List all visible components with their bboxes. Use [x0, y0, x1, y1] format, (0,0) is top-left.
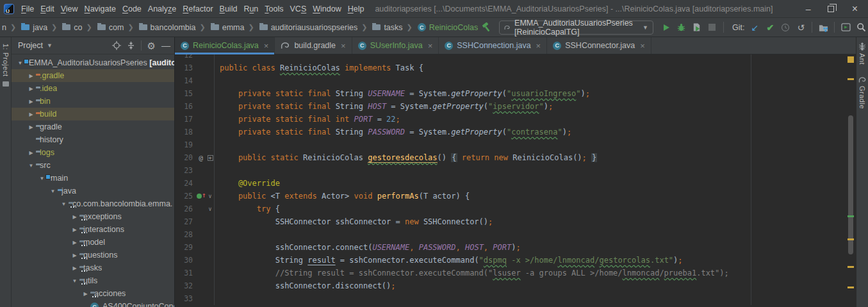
tree-row-interactions[interactable]: ▶interactions — [12, 223, 174, 236]
git-revert-button[interactable]: ↺ — [793, 20, 808, 35]
breadcrumb-item-com[interactable]: com❯ — [97, 23, 138, 32]
fold-expand-icon[interactable]: + — [208, 155, 213, 161]
run-button[interactable] — [659, 20, 674, 35]
line-number[interactable]: 15 — [175, 89, 195, 98]
tree-expand-arrow[interactable]: ▶ — [26, 73, 36, 79]
tree-row-utils[interactable]: ▼utils — [12, 274, 174, 287]
menu-item-help[interactable]: Help — [345, 3, 368, 15]
code-editor[interactable]: 1213public class ReinicioColas implement… — [175, 54, 846, 307]
line-number[interactable]: 24 — [175, 179, 195, 188]
debug-button[interactable] — [674, 20, 689, 35]
line-number[interactable]: 19 — [175, 140, 195, 149]
breadcrumb-item-n[interactable]: n❯ — [1, 23, 20, 32]
tool-window-gradle-button[interactable]: Gradle — [858, 76, 867, 109]
tree-expand-arrow[interactable]: ▶ — [26, 124, 36, 130]
fold-collapse-icon[interactable]: ∨ — [208, 193, 211, 199]
menu-item-view[interactable]: View — [58, 3, 81, 15]
menu-item-navigate[interactable]: Navigate — [81, 3, 119, 15]
breadcrumb-item-reiniciocolas[interactable]: CReinicioColas — [417, 23, 479, 32]
tree-expand-arrow[interactable]: ▶ — [70, 253, 79, 258]
tree-row-exceptions[interactable]: ▶exceptions — [12, 210, 174, 223]
breadcrumb-item-bancolombia[interactable]: bancolombia❯ — [138, 23, 210, 32]
tree-expand-arrow[interactable]: ▶ — [26, 99, 36, 104]
menu-item-window[interactable]: Window — [309, 3, 344, 15]
restore-button[interactable] — [828, 6, 834, 12]
tree-expand-arrow[interactable]: ▶ — [81, 291, 90, 297]
line-number[interactable]: 28 — [175, 230, 195, 239]
tree-expand-arrow[interactable]: ▼ — [26, 163, 36, 169]
error-stripe-mark[interactable] — [848, 78, 854, 80]
gear-icon[interactable]: ⚙ — [147, 41, 156, 51]
tree-row-questions[interactable]: ▶questions — [12, 249, 174, 261]
tool-window-ant-button[interactable]: Ant — [858, 42, 866, 65]
tree-expand-arrow[interactable]: ▼ — [48, 188, 58, 194]
tab-close-icon[interactable]: × — [428, 41, 433, 51]
menu-item-vcs[interactable]: VCS — [287, 3, 310, 15]
close-button[interactable]: × — [852, 4, 858, 13]
line-number[interactable]: 16 — [175, 102, 195, 111]
run-configuration-select[interactable]: EMMA_AuditoriaUsuariosPseries [ReinicioC… — [499, 21, 653, 35]
build-hammer-button[interactable] — [479, 20, 494, 35]
line-number[interactable]: 30 — [175, 256, 195, 265]
tree-expand-arrow[interactable]: ▶ — [70, 214, 79, 220]
tab-close-icon[interactable]: × — [536, 41, 541, 51]
hide-panel-button[interactable]: — — [161, 40, 170, 51]
tree-row-logs[interactable]: ▶logs — [12, 146, 174, 159]
tree-row-co.com.bancolombia.emma.[interactable]: ▼co.com.bancolombia.emma. — [12, 197, 174, 210]
tree-expand-arrow[interactable]: ▶ — [26, 86, 36, 92]
error-stripe-mark[interactable] — [848, 286, 854, 288]
tab-close-icon[interactable]: × — [341, 41, 346, 51]
tree-row-as400conjuntoconex[interactable]: CAS400ConjuntoConex — [12, 300, 174, 307]
line-number[interactable]: 32 — [175, 281, 195, 290]
tree-row-tasks[interactable]: ▶tasks — [12, 261, 174, 274]
tab-suserinfo.java[interactable]: CSUserInfo.java× — [352, 37, 439, 54]
line-number[interactable]: 13 — [175, 63, 195, 72]
tree-row-src[interactable]: ▼src — [12, 159, 174, 172]
error-stripe-mark[interactable] — [848, 56, 854, 63]
tree-expand-arrow[interactable]: ▶ — [26, 150, 36, 156]
line-number[interactable]: 17 — [175, 115, 195, 124]
breadcrumb-item-co[interactable]: co❯ — [61, 23, 96, 32]
line-number[interactable]: 23 — [175, 166, 195, 175]
tree-row-history[interactable]: history — [12, 133, 174, 146]
tree-expand-arrow[interactable]: ▶ — [70, 227, 79, 233]
line-number[interactable]: 18 — [175, 128, 195, 137]
run-with-coverage-button[interactable] — [689, 20, 705, 35]
minimize-button[interactable]: – — [806, 4, 811, 13]
menu-item-refactor[interactable]: Refactor — [179, 3, 216, 15]
menu-item-analyze[interactable]: Analyze — [145, 3, 179, 15]
line-number[interactable]: 14 — [175, 76, 195, 85]
menu-item-file[interactable]: File — [18, 3, 37, 15]
search-everywhere-button[interactable] — [853, 20, 868, 35]
error-stripe-mark[interactable] — [848, 266, 854, 268]
tree-row-.idea[interactable]: ▶.idea — [12, 82, 174, 95]
tree-row-acciones[interactable]: ▶acciones — [12, 287, 174, 300]
menu-item-code[interactable]: Code — [119, 3, 145, 15]
tab-build.gradle[interactable]: build.gradle× — [275, 37, 352, 54]
menu-item-tools[interactable]: Tools — [261, 3, 286, 15]
fold-collapse-icon[interactable]: ∨ — [208, 206, 211, 212]
tab-sshconnector.java[interactable]: CSSHConnector.java× — [547, 37, 651, 54]
menu-item-edit[interactable]: Edit — [37, 3, 58, 15]
tree-row-model[interactable]: ▶model — [12, 236, 174, 249]
stop-button[interactable] — [705, 20, 720, 35]
run-window-button[interactable] — [838, 20, 853, 35]
tree-row-main[interactable]: ▼main — [12, 172, 174, 185]
tree-row-emma_auditoriausuariospseries[interactable]: ▼EMMA_AuditoriaUsuariosPseries [auditori… — [12, 56, 174, 69]
line-number[interactable]: 12 — [175, 54, 195, 60]
tree-row-gradle[interactable]: ▶gradle — [12, 120, 174, 133]
menu-item-build[interactable]: Build — [217, 3, 241, 15]
tree-row-.gradle[interactable]: ▶.gradle — [12, 69, 174, 82]
tree-row-bin[interactable]: ▶bin — [12, 95, 174, 108]
menu-item-run[interactable]: Run — [240, 3, 261, 15]
line-number[interactable]: 20 — [175, 153, 195, 162]
collapse-all-icon[interactable] — [127, 41, 135, 50]
tree-row-build[interactable]: ▶build — [12, 108, 174, 120]
tree-expand-arrow[interactable]: ▼ — [70, 278, 79, 284]
locate-file-icon[interactable] — [112, 41, 121, 50]
line-number[interactable]: 29 — [175, 243, 195, 252]
git-update-button[interactable]: ↙ — [747, 20, 762, 35]
breadcrumb-item-emma[interactable]: emma❯ — [210, 23, 259, 32]
scrollbar-thumb[interactable] — [848, 115, 853, 254]
tree-row-java[interactable]: ▼java — [12, 185, 174, 197]
